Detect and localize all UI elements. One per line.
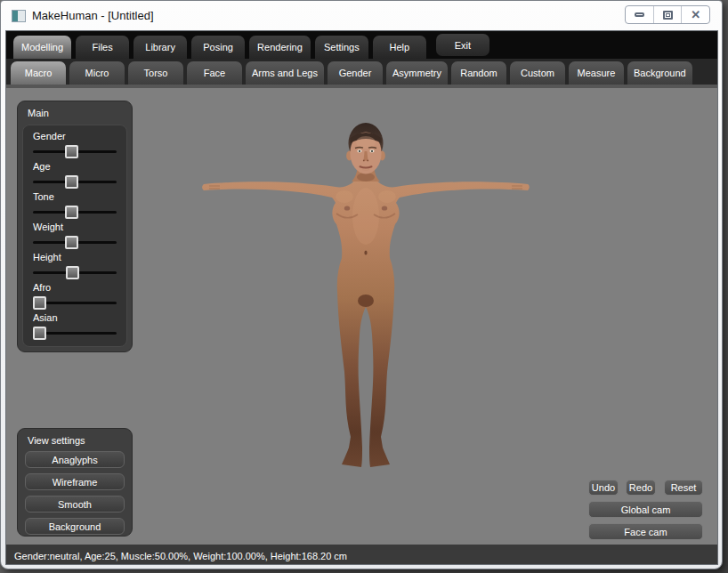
category-tab-micro[interactable]: Micro	[69, 61, 125, 85]
tab-rendering[interactable]: Rendering	[249, 36, 311, 59]
afro-slider-handle[interactable]	[33, 296, 46, 310]
category-tab-arms-and-legs[interactable]: Arms and Legs	[246, 61, 324, 85]
category-tab-asymmetry[interactable]: Asymmetry	[386, 61, 448, 85]
category-tab-background[interactable]: Background	[627, 61, 692, 85]
global-cam-button[interactable]: Global cam	[588, 501, 703, 518]
gender-slider-track[interactable]	[33, 144, 117, 159]
slider-tone-label: Tone	[33, 191, 117, 202]
slider-tone: Tone	[32, 191, 117, 220]
model-body	[202, 175, 530, 467]
tab-library[interactable]: Library	[133, 36, 187, 59]
view-settings-buttons: Anaglyphs Wireframe Smooth Background	[18, 449, 132, 535]
close-icon: ✕	[691, 9, 700, 20]
category-tab-macro[interactable]: Macro	[11, 61, 66, 85]
slider-gender-label: Gender	[33, 131, 117, 141]
slider-weight: Weight	[32, 222, 117, 250]
screen-background: MakeHuman - [Untitled] ✕ Modelling Files…	[0, 0, 728, 573]
status-text: Gender:neutral, Age:25, Muscle:50.00%, W…	[14, 551, 347, 561]
status-bar: Gender:neutral, Age:25, Muscle:50.00%, W…	[6, 545, 717, 565]
view-settings-title: View settings	[18, 429, 132, 449]
window-title: MakeHuman - [Untitled]	[32, 9, 154, 22]
tab-settings[interactable]: Settings	[315, 36, 368, 59]
app-content: Modelling Files Library Posing Rendering…	[5, 30, 718, 565]
model-head	[346, 123, 385, 182]
main-panel-title: Main	[18, 101, 132, 122]
asian-slider-track[interactable]	[33, 326, 117, 341]
tone-slider-handle[interactable]	[65, 206, 78, 219]
category-tab-gender[interactable]: Gender	[328, 61, 383, 85]
tab-exit[interactable]: Exit	[436, 34, 489, 56]
weight-slider-track[interactable]	[33, 235, 117, 250]
category-tab-random[interactable]: Random	[451, 61, 506, 85]
slider-afro: Afro	[32, 282, 117, 311]
slider-asian: Asian	[32, 312, 117, 341]
slider-gender: Gender	[32, 131, 117, 159]
app-window: MakeHuman - [Untitled] ✕ Modelling Files…	[0, 0, 723, 569]
viewport-3d[interactable]: Main Gender Age Tone	[6, 88, 717, 545]
category-tab-bar: Macro Micro Torso Face Arms and Legs Gen…	[6, 59, 717, 88]
slider-age-label: Age	[33, 161, 117, 172]
maximize-button[interactable]	[654, 6, 683, 23]
height-slider-track[interactable]	[33, 265, 117, 280]
reset-button[interactable]: Reset	[664, 480, 703, 496]
asian-slider-handle[interactable]	[33, 327, 46, 340]
wireframe-button[interactable]: Wireframe	[25, 473, 125, 490]
redo-button[interactable]: Redo	[626, 480, 656, 496]
view-settings-panel: View settings Anaglyphs Wireframe Smooth…	[17, 428, 133, 537]
slider-afro-label: Afro	[33, 282, 117, 293]
slider-age: Age	[32, 161, 117, 190]
background-button[interactable]: Background	[25, 518, 125, 535]
main-panel: Main Gender Age Tone	[17, 101, 133, 352]
height-slider-handle[interactable]	[66, 266, 79, 279]
tab-help[interactable]: Help	[373, 36, 426, 59]
age-slider-handle[interactable]	[65, 175, 78, 189]
window-controls: ✕	[625, 5, 710, 24]
face-cam-button[interactable]: Face cam	[588, 523, 703, 540]
tab-modelling[interactable]: Modelling	[13, 36, 71, 59]
main-tab-bar: Modelling Files Library Posing Rendering…	[6, 31, 717, 59]
slider-height: Height	[32, 252, 117, 280]
anaglyphs-button[interactable]: Anaglyphs	[25, 451, 125, 468]
slider-height-label: Height	[33, 252, 117, 262]
category-tab-face[interactable]: Face	[187, 61, 242, 85]
human-model[interactable]	[188, 117, 544, 472]
close-button[interactable]: ✕	[682, 6, 709, 23]
tab-files[interactable]: Files	[76, 36, 129, 59]
maximize-icon	[663, 11, 673, 20]
category-tab-custom[interactable]: Custom	[510, 61, 565, 85]
titlebar[interactable]: MakeHuman - [Untitled] ✕	[1, 1, 722, 30]
undo-button[interactable]: Undo	[588, 480, 619, 496]
tone-slider-track[interactable]	[33, 205, 117, 220]
age-slider-track[interactable]	[33, 174, 117, 190]
gender-slider-handle[interactable]	[65, 145, 78, 158]
weight-slider-handle[interactable]	[65, 236, 78, 249]
minimize-icon	[635, 12, 644, 17]
tab-posing[interactable]: Posing	[191, 36, 245, 59]
app-icon	[12, 10, 26, 22]
smooth-button[interactable]: Smooth	[25, 496, 125, 512]
afro-slider-track[interactable]	[33, 295, 117, 311]
slider-asian-label: Asian	[33, 312, 117, 323]
minimize-button[interactable]	[626, 6, 654, 23]
category-tab-torso[interactable]: Torso	[128, 61, 183, 85]
main-slider-group: Gender Age Tone Weight	[22, 125, 127, 347]
slider-weight-label: Weight	[33, 222, 117, 232]
category-tab-measure[interactable]: Measure	[569, 61, 624, 85]
